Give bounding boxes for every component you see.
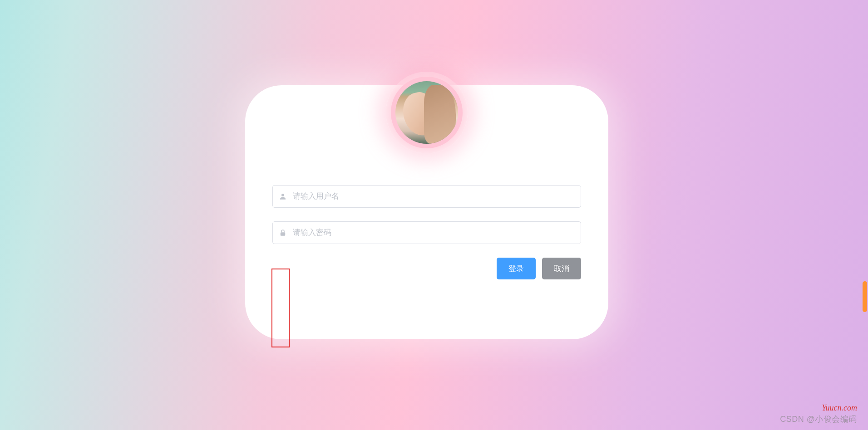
svg-point-0 — [281, 194, 284, 196]
avatar-ring — [391, 77, 463, 148]
button-row: 登录 取消 — [272, 258, 581, 279]
login-card: 登录 取消 — [245, 85, 608, 339]
watermark-site: Yuucn.com — [822, 403, 857, 413]
username-group — [272, 185, 581, 208]
lock-icon — [273, 222, 293, 244]
annotation-highlight — [271, 269, 290, 347]
password-input[interactable] — [293, 222, 581, 244]
password-group — [272, 221, 581, 244]
svg-rect-1 — [281, 232, 286, 236]
login-button[interactable]: 登录 — [497, 258, 536, 279]
avatar — [395, 81, 458, 144]
user-icon — [273, 186, 293, 207]
cancel-button[interactable]: 取消 — [542, 258, 581, 279]
username-input[interactable] — [293, 186, 581, 207]
watermark-csdn: CSDN @小俊会编码 — [780, 414, 857, 425]
scrollbar-thumb[interactable] — [863, 281, 867, 312]
login-form: 登录 取消 — [272, 185, 581, 279]
avatar-glow — [386, 72, 468, 153]
